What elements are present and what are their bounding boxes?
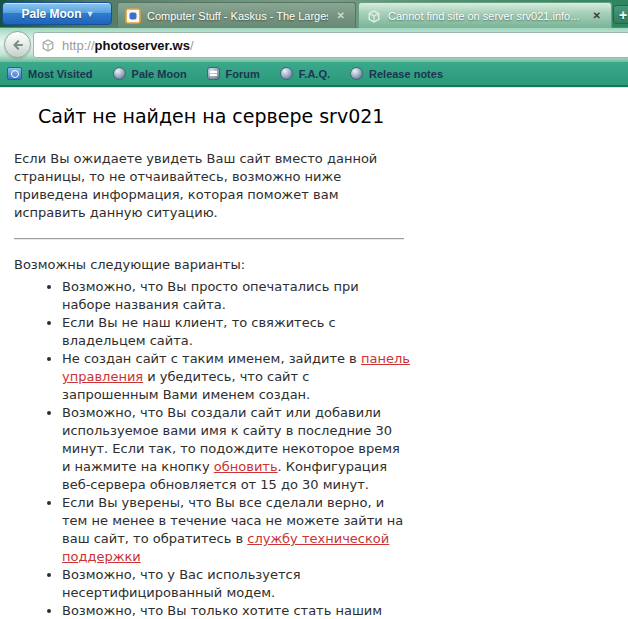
back-button[interactable] (4, 31, 31, 58)
list-item-text: Возможно, что Вы просто опечатались при … (62, 279, 359, 312)
url-scheme: http:// (62, 38, 95, 53)
default-page-favicon-icon (366, 8, 382, 24)
pale-moon-menu-label: Pale Moon (21, 7, 81, 21)
url-bar[interactable]: http://photoserver.ws/ (33, 32, 628, 58)
intro-paragraph: Если Вы ожидаете увидеть Ваш сайт вместо… (14, 150, 410, 222)
list-item: Возможно, что Вы просто опечатались при … (62, 278, 410, 314)
kaskus-favicon-icon (125, 8, 141, 24)
list-item-text: Не создан сайт с таким именем, зайдите в (62, 351, 361, 366)
page-content: Сайт не найден на сервере srv021 Если Вы… (0, 87, 628, 619)
list-item: Возможно, что Вы только хотите стать наш… (62, 602, 410, 619)
pale-moon-menu-button[interactable]: Pale Moon ▾ (2, 2, 112, 25)
page-icon (40, 37, 56, 53)
browser-window: Pale Moon ▾ Computer Stuff - Kaskus - Th… (0, 0, 628, 619)
bookmark-label: Release notes (369, 68, 443, 80)
back-arrow-icon (10, 37, 26, 53)
options-label: Возможны следующие варианты: (14, 256, 628, 274)
list-item: Не создан сайт с таким именем, зайдите в… (62, 350, 410, 404)
list-item: Если Вы не наш клиент, то свяжитесь с вл… (62, 314, 410, 350)
tab-title: Computer Stuff - Kaskus - The Larges... (147, 10, 328, 22)
list-item: Если Вы уверены, что Вы все сделали верн… (62, 494, 410, 566)
bookmark-label: Pale Moon (132, 68, 187, 80)
bookmark-faq[interactable]: F.A.Q. (280, 67, 330, 80)
bookmark-release-notes[interactable]: Release notes (350, 67, 443, 80)
tab-srv021-error[interactable]: Cannot find site on server srv021.info..… (358, 2, 612, 28)
tab-strip: Pale Moon ▾ Computer Stuff - Kaskus - Th… (0, 0, 628, 28)
list-item: Возможно, что Вы создали сайт или добави… (62, 404, 410, 494)
url-text: http://photoserver.ws/ (62, 38, 194, 53)
tab-title: Cannot find site on server srv021.info..… (388, 10, 584, 22)
divider (14, 238, 404, 240)
bookmark-label: Forum (226, 68, 260, 80)
chevron-down-icon: ▾ (87, 9, 92, 19)
bookmark-label: Most Visited (28, 68, 93, 80)
folder-search-icon (7, 67, 22, 80)
refresh-link[interactable]: обновить (214, 459, 278, 474)
tab-close-icon[interactable]: ✕ (590, 9, 604, 23)
tab-computer-stuff[interactable]: Computer Stuff - Kaskus - The Larges... … (117, 2, 356, 28)
url-host: photoserver.ws (95, 38, 190, 53)
navigation-toolbar: http://photoserver.ws/ (0, 28, 628, 62)
forum-icon (207, 67, 220, 80)
list-item-text: Возможно, что у Вас используется несерти… (62, 567, 300, 600)
options-list: Возможно, что Вы просто опечатались при … (14, 278, 628, 619)
page-title: Сайт не найден на сервере srv021 (38, 104, 628, 128)
bookmark-label: F.A.Q. (299, 68, 330, 80)
bookmarks-toolbar: Most Visited Pale Moon Forum F.A.Q. Rele… (0, 62, 628, 87)
globe-icon (280, 67, 293, 80)
url-path: / (190, 38, 194, 53)
list-item-text: Если Вы не наш клиент, то свяжитесь с вл… (62, 315, 336, 348)
globe-icon (350, 67, 363, 80)
bookmark-pale-moon[interactable]: Pale Moon (113, 67, 187, 80)
bookmark-most-visited[interactable]: Most Visited (7, 67, 93, 80)
list-item-text: Возможно, что Вы только хотите стать наш… (62, 603, 382, 619)
list-item: Возможно, что у Вас используется несерти… (62, 566, 410, 602)
tab-close-icon[interactable]: ✕ (334, 9, 348, 23)
bookmark-forum[interactable]: Forum (207, 67, 260, 80)
globe-icon (113, 67, 126, 80)
new-tab-button[interactable]: + (613, 5, 628, 24)
